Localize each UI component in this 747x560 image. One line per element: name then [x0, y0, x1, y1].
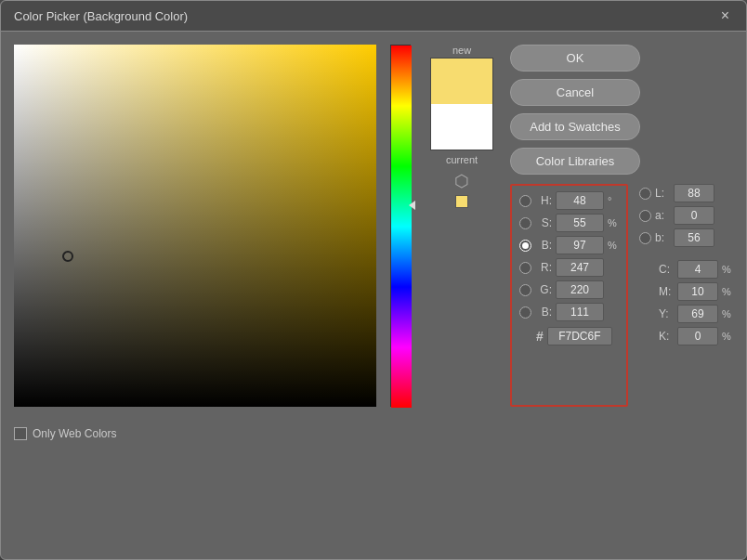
label-M: M:	[659, 285, 674, 298]
input-K[interactable]	[677, 327, 718, 345]
right-content: OK Cancel Add to Swatches Color Librarie…	[510, 45, 733, 407]
input-B2[interactable]	[556, 303, 604, 321]
input-G[interactable]	[556, 280, 604, 299]
radio-b[interactable]	[639, 232, 651, 244]
web-colors-icon: ⬡	[454, 171, 469, 191]
titlebar: Color Picker (Background Color) ×	[1, 1, 746, 32]
input-b[interactable]	[674, 228, 714, 247]
color-libraries-button[interactable]: Color Libraries	[510, 148, 640, 175]
label-a: a:	[655, 209, 670, 222]
field-row-B2: B:	[519, 303, 619, 321]
fr-row-a: a:	[639, 206, 731, 225]
unit-H: °	[608, 195, 619, 206]
label-S: S:	[535, 216, 552, 229]
field-row-S: S: %	[519, 214, 619, 232]
input-H[interactable]	[556, 191, 604, 210]
hue-slider[interactable]	[390, 45, 411, 407]
hex-row: #	[519, 327, 619, 345]
color-gradient-canvas[interactable]	[14, 45, 376, 407]
radio-B[interactable]	[519, 240, 531, 252]
add-to-swatches-button[interactable]: Add to Swatches	[510, 113, 640, 140]
label-K: K:	[659, 330, 674, 343]
radio-S[interactable]	[519, 217, 531, 229]
label-G: G:	[535, 283, 552, 296]
label-L: L:	[655, 187, 670, 200]
hue-slider-wrap	[387, 45, 413, 407]
label-B2: B:	[535, 306, 552, 319]
fr-row-Y: Y: %	[639, 305, 731, 323]
input-L[interactable]	[674, 184, 714, 202]
cancel-button[interactable]: Cancel	[510, 79, 640, 106]
fr-row-C: C: %	[639, 260, 731, 279]
radio-H[interactable]	[519, 195, 531, 207]
hue-indicator	[409, 201, 415, 210]
ok-button[interactable]: OK	[510, 45, 640, 72]
unit-S: %	[608, 217, 619, 228]
radio-G[interactable]	[519, 284, 531, 296]
button-panel: OK Cancel Add to Swatches Color Librarie…	[510, 45, 733, 175]
hex-input[interactable]	[547, 327, 612, 345]
unit-M: %	[722, 286, 731, 297]
preview-section: new current ⬡	[425, 45, 499, 407]
close-button[interactable]: ×	[717, 8, 733, 23]
color-picker-dialog: Color Picker (Background Color) × new cu…	[0, 0, 747, 560]
fr-row-K: K: %	[639, 327, 731, 345]
unit-K: %	[722, 331, 731, 342]
label-B: B:	[535, 239, 552, 252]
radio-B2[interactable]	[519, 306, 531, 319]
dialog-body: new current ⬡ OK Cancel Add to Swatches …	[1, 32, 746, 420]
radio-a[interactable]	[639, 210, 651, 222]
label-Y: Y:	[659, 307, 674, 320]
radio-R[interactable]	[519, 262, 531, 274]
input-M[interactable]	[677, 282, 718, 301]
fields-section: H: ° S: % B:	[510, 184, 733, 407]
input-a[interactable]	[674, 206, 714, 225]
only-web-colors-checkbox[interactable]	[14, 427, 27, 440]
current-label: current	[446, 154, 478, 165]
color-field-wrap	[14, 45, 376, 407]
field-row-H: H: °	[519, 191, 619, 210]
input-B[interactable]	[556, 236, 604, 254]
input-C[interactable]	[677, 260, 718, 279]
input-S[interactable]	[556, 214, 604, 232]
unit-B: %	[608, 240, 619, 251]
lab-cmyk-fields: L: a: b:	[636, 184, 731, 407]
fr-row-L: L:	[639, 184, 731, 202]
preview-current-color	[431, 104, 492, 150]
new-label: new	[452, 45, 471, 56]
unit-Y: %	[722, 308, 731, 319]
preview-new-color	[431, 59, 492, 104]
hash-symbol: #	[519, 329, 544, 344]
field-row-R: R:	[519, 258, 619, 277]
hsb-rgb-fields: H: ° S: % B:	[510, 184, 628, 407]
bottom-row: Only Web Colors	[1, 420, 746, 451]
label-b: b:	[655, 231, 670, 244]
label-C: C:	[659, 263, 674, 276]
only-web-colors-label: Only Web Colors	[33, 427, 116, 440]
radio-L[interactable]	[639, 188, 651, 200]
dialog-title: Color Picker (Background Color)	[14, 9, 188, 23]
field-row-G: G:	[519, 280, 619, 299]
preview-boxes	[430, 58, 493, 150]
fr-row-b: b:	[639, 228, 731, 247]
fr-row-M: M: %	[639, 282, 731, 301]
label-H: H:	[535, 194, 552, 207]
unit-C: %	[722, 264, 731, 275]
input-R[interactable]	[556, 258, 604, 277]
input-Y[interactable]	[677, 305, 718, 323]
field-row-B: B: %	[519, 236, 619, 254]
label-R: R:	[535, 261, 552, 274]
small-swatch	[455, 195, 468, 208]
